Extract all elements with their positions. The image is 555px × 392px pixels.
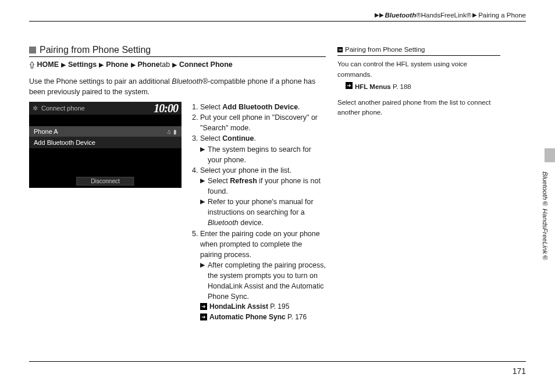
chevron-right-icon: ▶ xyxy=(200,197,205,206)
thumb-tab-icon xyxy=(545,148,555,162)
link-arrow-icon: ➔ xyxy=(200,313,207,320)
header-path-3: Pairing a Phone xyxy=(478,12,526,19)
nav-connect: Connect Phone xyxy=(179,60,233,69)
section-side-tab: Bluetooth® HandsFreeLink® xyxy=(528,148,540,265)
nav-settings: Settings xyxy=(68,60,97,69)
nav-phone: Phone xyxy=(106,60,128,69)
nav-phone-tab: Phone xyxy=(138,60,160,69)
nav-path: HOME ▶ Settings ▶ Phone ▶ Phone tab ▶ Co… xyxy=(29,60,326,69)
step-3: Select Continue. ▶The system begins to s… xyxy=(200,133,326,165)
link-arrow-icon: ➔ xyxy=(346,82,353,89)
disconnect-button[interactable]: Disconnect xyxy=(76,177,134,186)
section-title-text: Pairing from Phone Setting xyxy=(40,45,151,55)
chevron-right-icon: ▶ xyxy=(61,61,66,69)
cross-reference: ➔Automatic Phone Sync P. 176 xyxy=(200,312,326,322)
screenshot-title: Connect phone xyxy=(41,105,85,112)
sidebar-notes: ≫ Pairing from Phone Setting You can con… xyxy=(337,45,500,322)
footer-rule xyxy=(29,361,526,362)
phone-list-item[interactable]: Phone A ♫ ▮ xyxy=(29,126,182,137)
chevron-right-icon: ▶▶ xyxy=(375,12,384,19)
gear-icon: ✲ xyxy=(33,105,38,112)
add-device-label: Add Bluetooth Device xyxy=(34,139,95,146)
phone-icon: ▮ xyxy=(173,129,177,135)
step-5: Enter the pairing code on your phone whe… xyxy=(200,229,326,323)
phone-name: Phone A xyxy=(34,128,58,135)
chevron-right-icon: ▶ xyxy=(200,145,205,154)
infotainment-screenshot: ✲ Connect phone 10:00 Phone A ♫ ▮ xyxy=(29,102,182,188)
chevron-right-icon: ▶ xyxy=(131,61,136,69)
cross-reference: ➔HondaLink Assist P. 195 xyxy=(200,302,326,312)
music-icon: ♫ xyxy=(167,129,172,135)
page-number: 171 xyxy=(513,366,526,376)
square-bullet-icon xyxy=(29,47,36,54)
chevron-right-icon: ▶ xyxy=(99,61,104,69)
add-device-item[interactable]: Add Bluetooth Device xyxy=(29,137,182,148)
intro-paragraph: Use the Phone settings to pair an additi… xyxy=(29,77,326,97)
sidebar-title-text: Pairing from Phone Setting xyxy=(345,45,425,55)
nav-home: HOME xyxy=(37,60,59,69)
step-2: Put your cell phone in "Discovery" or "S… xyxy=(200,112,326,133)
header-path-2: HandsFreeLink® xyxy=(421,12,471,19)
step-4: Select your phone in the list. ▶Select R… xyxy=(200,165,326,229)
instruction-steps: Select Add Bluetooth Device. Put your ce… xyxy=(190,102,326,322)
section-title: Pairing from Phone Setting xyxy=(29,45,326,57)
screenshot-clock: 10:00 xyxy=(154,102,178,115)
breadcrumb-header: ▶▶ Bluetooth ® HandsFreeLink® ▶ Pairing … xyxy=(29,12,526,22)
home-icon xyxy=(29,60,35,69)
header-path-1-reg: ® xyxy=(416,12,421,19)
nav-tab-word: tab xyxy=(160,60,170,69)
step-1: Select Add Bluetooth Device. xyxy=(200,102,326,112)
sidebar-text-2: Select another paired phone from the lis… xyxy=(337,98,500,118)
chevron-right-icon: ▶ xyxy=(200,176,205,186)
cross-reference: ➔ HFL Menus P. 188 xyxy=(346,82,500,92)
bookmark-icon: ≫ xyxy=(337,47,343,52)
link-arrow-icon: ➔ xyxy=(200,303,207,310)
header-path-1: Bluetooth xyxy=(385,12,417,19)
chevron-right-icon: ▶ xyxy=(472,12,477,19)
sidebar-text-1: You can control the HFL system using voi… xyxy=(337,59,500,80)
chevron-right-icon: ▶ xyxy=(200,261,205,270)
chevron-right-icon: ▶ xyxy=(172,61,177,69)
